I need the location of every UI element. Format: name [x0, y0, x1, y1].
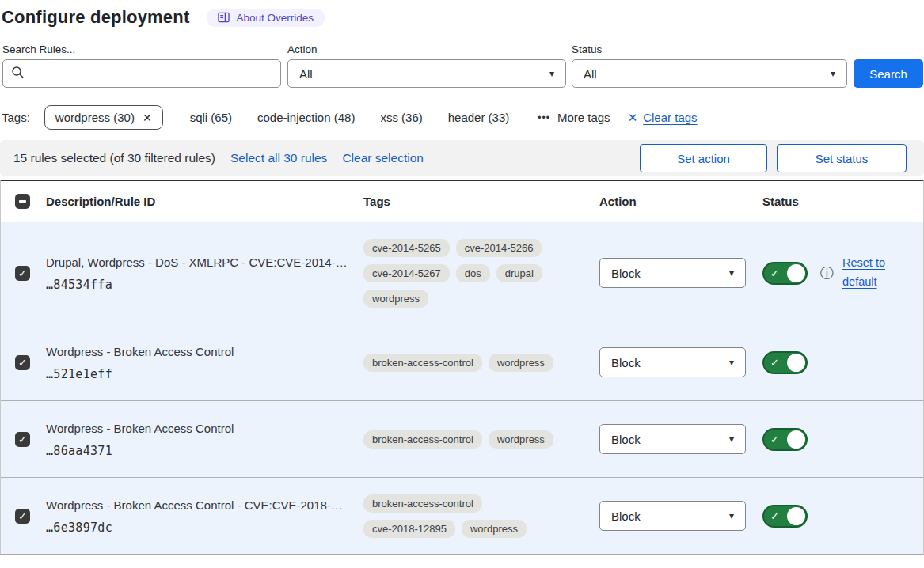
check-icon: ✓	[18, 511, 27, 521]
action-filter-select[interactable]: All ▾	[287, 59, 566, 88]
rule-tags-cell: cve-2014-5265 cve-2014-5266 cve-2014-526…	[363, 239, 599, 308]
rule-description: Drupal, Wordpress - DoS - XMLRPC - CVE:C…	[46, 254, 348, 271]
info-icon[interactable]: ⓘ	[820, 267, 834, 280]
action-select[interactable]: Block ▾	[599, 258, 746, 288]
rule-description: Wordpress - Broken Access Control - CVE:…	[46, 497, 348, 513]
action-select[interactable]: Block ▾	[599, 347, 746, 377]
selected-tag-wordpress[interactable]: wordpress (30) ✕	[44, 105, 163, 130]
rule-action-cell: Block ▾	[599, 501, 762, 531]
rule-tag: broken-access-control	[363, 430, 482, 449]
check-icon: ✓	[18, 358, 27, 368]
rule-tag: wordpress	[489, 430, 553, 449]
more-tags-button[interactable]: ••• More tags	[538, 111, 610, 124]
selected-tag-label: wordpress (30)	[55, 111, 135, 124]
action-select[interactable]: Block ▾	[599, 424, 746, 454]
set-status-button[interactable]: Set status	[777, 144, 907, 172]
caret-down-icon: ▾	[831, 69, 835, 78]
status-filter-label: Status	[572, 44, 847, 55]
action-value: Block	[611, 356, 641, 369]
indeterminate-icon	[19, 200, 26, 203]
page-title: Configure deployment	[2, 7, 189, 28]
rule-id: …84534ffa	[46, 278, 348, 292]
header-checkbox-cell	[1, 194, 46, 209]
select-all-link[interactable]: Select all 30 rules	[230, 151, 327, 165]
rule-tags-cell: broken-access-control cve-2018-12895 wor…	[363, 494, 599, 538]
tag-code-injection[interactable]: code-injection (48)	[257, 111, 355, 124]
rule-tags-cell: broken-access-control wordpress	[363, 430, 599, 449]
close-icon: ✕	[628, 111, 638, 125]
tags-bar: Tags: wordpress (30) ✕ sqli (65) code-in…	[0, 88, 924, 130]
column-header-action: Action	[599, 195, 762, 208]
caret-down-icon: ▾	[549, 69, 554, 78]
about-overrides-badge[interactable]: About Overrides	[207, 9, 325, 27]
rule-tags-cell: broken-access-control wordpress	[363, 354, 599, 372]
rule-action-cell: Block ▾	[599, 258, 762, 288]
reset-to-default-link[interactable]: Reset to default	[842, 254, 893, 292]
row-checkbox[interactable]: ✓	[15, 355, 30, 370]
caret-down-icon: ▾	[729, 358, 734, 367]
about-overrides-label: About Overrides	[236, 12, 314, 24]
rule-description-cell: Wordpress - Broken Access Control …86aa4…	[46, 420, 363, 458]
rule-tag: cve-2014-5265	[363, 239, 450, 257]
rule-description: Wordpress - Broken Access Control	[46, 420, 348, 437]
selection-summary: 15 rules selected (of 30 filtered rules)	[13, 151, 215, 165]
rule-tag: broken-access-control	[363, 494, 482, 513]
status-filter-field: Status All ▾	[572, 44, 847, 88]
rule-tag: drupal	[496, 264, 542, 282]
set-action-button[interactable]: Set action	[640, 144, 767, 172]
check-icon: ✓	[770, 268, 779, 278]
rule-status-cell: ✓ ⓘ Reset to default	[762, 254, 923, 292]
toggle-knob	[787, 354, 805, 372]
rule-tag: wordpress	[489, 354, 553, 372]
rule-tag: cve-2014-5266	[456, 239, 542, 257]
action-select[interactable]: Block ▾	[599, 501, 746, 531]
rule-status-cell: ✓	[762, 505, 923, 528]
tags-label: Tags:	[2, 111, 30, 124]
search-rules-input-wrap	[2, 59, 281, 88]
tag-xss[interactable]: xss (36)	[380, 111, 422, 124]
row-checkbox-cell: ✓	[1, 266, 46, 281]
selection-bar: 15 rules selected (of 30 filtered rules)…	[0, 140, 924, 176]
rule-tag: broken-access-control	[363, 354, 482, 372]
search-rules-input[interactable]	[31, 66, 272, 81]
table-row: ✓ Drupal, Wordpress - DoS - XMLRPC - CVE…	[1, 222, 923, 324]
more-tags-label: More tags	[557, 111, 610, 124]
rule-status-cell: ✓	[762, 351, 923, 374]
close-icon[interactable]: ✕	[143, 112, 152, 124]
toggle-knob	[787, 264, 805, 282]
clear-selection-link[interactable]: Clear selection	[342, 151, 424, 165]
tag-sqli[interactable]: sqli (65)	[190, 111, 232, 124]
tag-header[interactable]: header (33)	[448, 111, 510, 124]
rule-action-cell: Block ▾	[599, 424, 762, 454]
book-icon	[218, 12, 230, 23]
clear-tags-button[interactable]: ✕ Clear tags	[628, 111, 698, 125]
rule-id: …521e1eff	[46, 367, 348, 381]
search-rules-label: Search Rules...	[2, 44, 281, 55]
rule-status-cell: ✓	[762, 428, 923, 451]
select-all-checkbox[interactable]	[15, 194, 30, 209]
page-header: Configure deployment About Overrides	[0, 0, 924, 28]
rule-tag: cve-2014-5267	[363, 264, 450, 282]
clear-tags-label: Clear tags	[643, 111, 697, 124]
status-toggle[interactable]: ✓	[762, 351, 808, 374]
action-filter-field: Action All ▾	[287, 44, 566, 88]
toggle-knob	[787, 507, 805, 525]
action-filter-label: Action	[287, 44, 566, 55]
search-button[interactable]: Search	[854, 59, 923, 88]
search-icon	[11, 66, 25, 82]
status-toggle[interactable]: ✓	[762, 505, 808, 528]
row-checkbox[interactable]: ✓	[15, 509, 30, 524]
status-filter-select[interactable]: All ▾	[572, 59, 847, 88]
ellipsis-icon: •••	[538, 112, 550, 123]
row-checkbox[interactable]: ✓	[15, 266, 30, 281]
rule-description-cell: Drupal, Wordpress - DoS - XMLRPC - CVE:C…	[46, 254, 363, 292]
check-icon: ✓	[18, 268, 27, 278]
rule-tag: cve-2018-12895	[363, 520, 455, 538]
row-checkbox-cell: ✓	[1, 432, 46, 447]
rule-description-cell: Wordpress - Broken Access Control …521e1…	[46, 343, 363, 381]
rule-description: Wordpress - Broken Access Control	[46, 343, 348, 360]
table-row: ✓ Wordpress - Broken Access Control …86a…	[1, 400, 923, 477]
status-toggle[interactable]: ✓	[762, 428, 808, 451]
status-toggle[interactable]: ✓	[762, 262, 808, 285]
row-checkbox[interactable]: ✓	[15, 432, 30, 447]
